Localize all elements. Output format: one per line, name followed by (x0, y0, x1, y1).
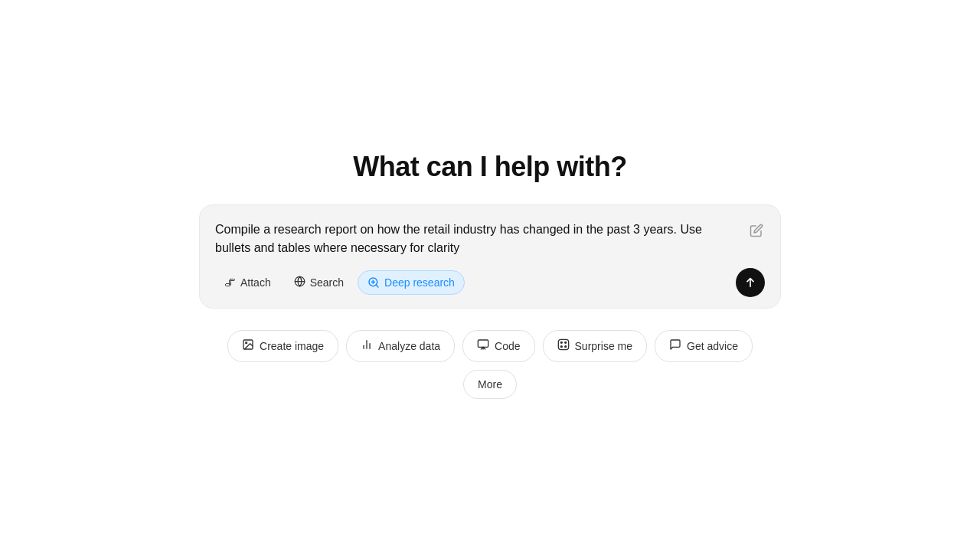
deep-research-icon (368, 276, 380, 289)
attach-button[interactable]: Attach (215, 270, 280, 294)
toolbar-left: Attach Search (215, 270, 465, 295)
toolbar-row: Attach Search (215, 268, 765, 297)
attach-label: Attach (240, 276, 271, 289)
get-advice-icon (669, 338, 681, 354)
chip-get-advice[interactable]: Get advice (655, 330, 753, 362)
create-image-icon (242, 338, 254, 354)
chip-code-label: Code (495, 340, 520, 352)
input-box: Attach Search (199, 204, 781, 309)
send-button[interactable] (736, 268, 765, 297)
deep-research-button[interactable]: Deep research (358, 270, 465, 295)
action-chips: Create image Analyze data Code (199, 330, 781, 399)
chip-surprise-me-label: Surprise me (575, 340, 632, 352)
svg-point-13 (560, 345, 562, 347)
svg-point-11 (560, 341, 562, 343)
svg-point-12 (564, 341, 566, 343)
code-icon (477, 338, 489, 354)
svg-rect-10 (558, 339, 568, 349)
attach-icon (224, 276, 236, 289)
svg-point-14 (564, 345, 566, 347)
chip-more[interactable]: More (463, 370, 517, 399)
chip-create-image-label: Create image (260, 340, 324, 352)
chip-analyze-data-label: Analyze data (378, 340, 440, 352)
chip-create-image[interactable]: Create image (227, 330, 338, 362)
deep-research-label: Deep research (384, 276, 455, 289)
send-icon (744, 276, 756, 289)
svg-rect-8 (478, 340, 488, 347)
main-container: What can I help with? Attach (199, 151, 781, 399)
edit-icon (750, 224, 763, 237)
chip-get-advice-label: Get advice (687, 340, 738, 352)
page-title: What can I help with? (353, 151, 627, 183)
edit-icon-button[interactable] (748, 222, 765, 243)
chip-code[interactable]: Code (462, 330, 534, 362)
chip-analyze-data[interactable]: Analyze data (346, 330, 455, 362)
surprise-me-icon (557, 338, 570, 354)
search-globe-icon (294, 276, 305, 289)
chip-more-label: More (478, 378, 502, 391)
main-input[interactable] (215, 221, 740, 257)
chip-surprise-me[interactable]: Surprise me (543, 330, 647, 362)
input-row (215, 221, 765, 257)
analyze-data-icon (361, 338, 373, 354)
search-button[interactable]: Search (285, 270, 353, 295)
svg-point-4 (246, 341, 247, 343)
search-label: Search (310, 276, 344, 289)
